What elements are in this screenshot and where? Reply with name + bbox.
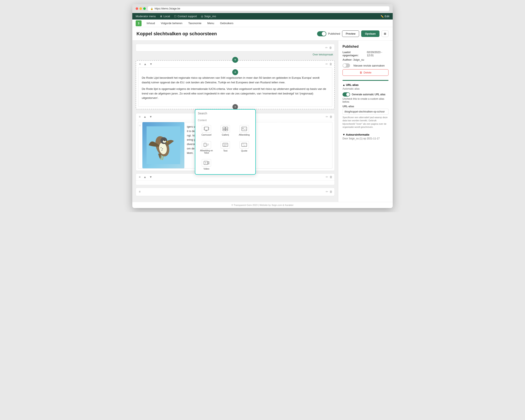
over-tekstopmaak-link[interactable]: Over tekstopmaak: [136, 52, 335, 57]
content-item-afbeelding-tekst[interactable]: Afbeelding en Tekst: [198, 139, 215, 156]
svg-rect-19: [242, 127, 247, 131]
svg-point-6: [165, 140, 165, 140]
content-item-video[interactable]: Video: [198, 157, 215, 172]
url-alias-input[interactable]: [343, 109, 388, 115]
empty-delete-1[interactable]: 🗑: [329, 175, 332, 179]
afbeelding-tekst-label: Afbeelding en Tekst: [199, 149, 214, 154]
section-divider: [343, 80, 388, 81]
empty-edit-1[interactable]: ✏: [326, 175, 328, 179]
move-down-btn[interactable]: ▼: [149, 62, 153, 66]
sidebar-published-title: Published: [343, 45, 388, 48]
url-alias-toggle[interactable]: [343, 92, 350, 97]
move-up-btn[interactable]: ▲: [143, 62, 147, 66]
edit-label: Edit: [385, 15, 389, 18]
delete-label: Delete: [364, 71, 372, 74]
contact-label: Contact support: [178, 15, 197, 18]
add-block-button-top[interactable]: +: [232, 57, 238, 63]
revision-toggle-thumb: [343, 64, 346, 67]
published-toggle[interactable]: [317, 31, 326, 36]
empty-down-1[interactable]: ▼: [149, 175, 153, 179]
content-item-afbeelding[interactable]: Afbeelding: [236, 123, 253, 138]
afbeelding-tekst-svg: [204, 143, 209, 147]
top-nav-left: Moderator menu 🖥 Local ☐ Contact support…: [136, 15, 216, 18]
url-toggle-thumb: [346, 93, 350, 96]
svg-point-14: [207, 130, 207, 131]
top-navigation: Moderator menu 🖥 Local ☐ Contact support…: [132, 13, 393, 19]
preview-button[interactable]: Preview: [342, 30, 359, 37]
gallerij-label: Gallerij: [222, 134, 229, 136]
nav-logo: 3: [136, 20, 141, 26]
author-value: 3sign_su: [353, 58, 364, 61]
empty-edit-2[interactable]: ✏: [326, 190, 328, 193]
svg-marker-34: [205, 162, 207, 164]
header-actions: Published Preview Opslaan ⊞: [317, 30, 388, 37]
svg-rect-21: [204, 143, 206, 146]
img-move-up[interactable]: ▲: [143, 115, 147, 119]
saved-value: 02/20/2023 - 12:01: [367, 51, 388, 57]
content-item-quote[interactable]: " Quote: [236, 139, 253, 156]
content-item-text[interactable]: Text: [217, 139, 234, 156]
gallerij-svg: [222, 127, 228, 131]
edit-button[interactable]: ✏️ Edit: [381, 15, 389, 18]
user-menu[interactable]: ◎ 3sign_mo: [201, 15, 216, 18]
local-menu[interactable]: 🖥 Local: [160, 15, 170, 18]
revision-label: Nieuwe revisie aanmaken: [353, 64, 385, 67]
toggle-thumb: [322, 32, 326, 36]
content-item-carrousel[interactable]: Carrousel: [198, 123, 215, 138]
save-button[interactable]: Opslaan: [361, 30, 379, 37]
search-input[interactable]: [198, 112, 253, 115]
url-note: Specificeer een alternatief pad waarop d…: [343, 116, 388, 129]
svg-rect-10: [204, 128, 205, 130]
edit-block-btn[interactable]: ✏: [325, 46, 328, 49]
img-delete-btn[interactable]: 🗑: [329, 115, 332, 118]
layout-button[interactable]: ⊞: [382, 30, 388, 37]
text-block-content: De Rode Lijst beoordeelt het regionale r…: [138, 73, 332, 103]
footer-text: © Transparent Gem 2023 | Website by 3sig…: [231, 204, 294, 206]
svg-rect-29: [242, 143, 247, 146]
empty-delete-2[interactable]: 🗑: [329, 190, 332, 193]
page-title: Koppel slechtvalken op schoorsteen: [137, 31, 217, 37]
contact-support[interactable]: ☐ Contact support: [174, 15, 197, 18]
published-toggle-container: Published: [317, 31, 340, 36]
revision-toggle[interactable]: [343, 63, 350, 68]
img-edit-btn[interactable]: ✏: [326, 115, 328, 118]
footer: © Transparent Gem 2023 | Website by 3sig…: [132, 202, 393, 208]
browser-url-bar[interactable]: 🔒 https://demo.3stage.be: [148, 6, 389, 11]
published-label: Published: [328, 32, 340, 35]
moderator-menu[interactable]: Moderator menu: [136, 15, 156, 18]
edit-dashed-btn[interactable]: ✏: [326, 62, 328, 66]
add-inner-block-btn[interactable]: +: [232, 69, 238, 75]
gallerij-icon: [221, 125, 230, 133]
nav-gebruikers[interactable]: Gebruikers: [217, 19, 236, 27]
drag-handle[interactable]: ≡: [138, 62, 141, 66]
svg-rect-15: [223, 127, 225, 129]
sidebar: Published Laatst opgeslagen: 02/20/2023 …: [338, 40, 393, 202]
nav-taxonomie[interactable]: Taxonomie: [186, 19, 204, 27]
img-move-down[interactable]: ▼: [149, 115, 153, 119]
search-popup: Content: [195, 109, 256, 175]
remove-block-btn[interactable]: ×: [233, 104, 238, 110]
url-alias-header[interactable]: ▲ URL-alias: [343, 83, 388, 86]
empty-up-1[interactable]: ▲: [143, 175, 147, 179]
delete-button[interactable]: 🗑 Delete: [343, 69, 388, 76]
nav-inhoud[interactable]: Inhoud: [144, 19, 158, 27]
nav-menu[interactable]: Menu: [205, 19, 217, 27]
auteur-header[interactable]: ▼ Auteursinformatie: [343, 133, 388, 136]
auteur-title: ▼ Auteursinformatie: [343, 133, 369, 136]
afbeelding-label: Afbeelding: [239, 134, 250, 136]
local-label: Local: [163, 15, 170, 18]
content-grid: Carrousel: [198, 123, 253, 173]
empty-drag-2[interactable]: ≡: [138, 190, 141, 194]
delete-block-btn[interactable]: 🗑: [329, 46, 332, 49]
nav-volgorde[interactable]: Volgorde beheren: [158, 19, 185, 27]
carrousel-label: Carrousel: [201, 134, 211, 136]
empty-drag-1[interactable]: ≡: [138, 175, 141, 179]
img-drag-handle[interactable]: ≡: [138, 115, 141, 119]
auteur-value: Door 3sign_su (1) op 2021-11-17: [343, 137, 388, 140]
quote-svg: ": [241, 143, 247, 147]
user-label: 3sign_mo: [204, 15, 216, 18]
falcon-image-container: [142, 122, 184, 168]
content-item-gallerij[interactable]: Gallerij: [217, 123, 234, 138]
delete-dashed-btn[interactable]: 🗑: [329, 62, 332, 66]
text-paragraph-1: De Rode Lijst beoordeelt het regionale r…: [142, 76, 329, 85]
